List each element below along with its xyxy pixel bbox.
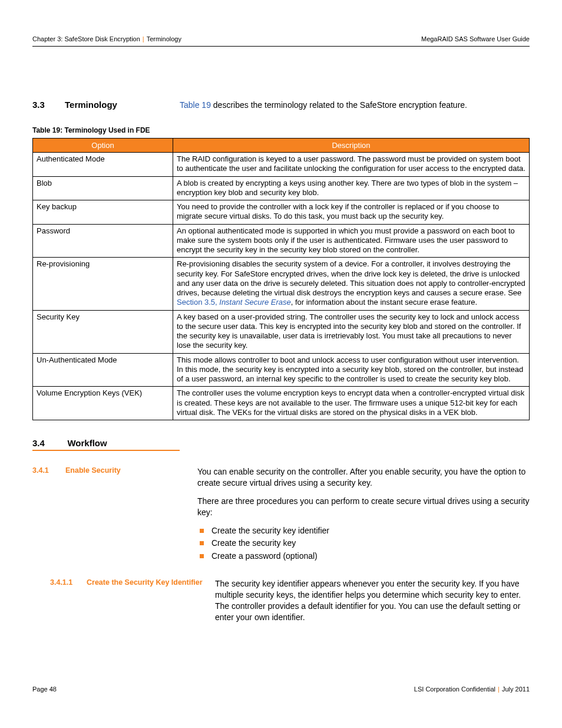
footer-date: July 2011 <box>502 686 530 693</box>
header-section: Terminology <box>147 35 181 42</box>
footer-right: LSI Corporation Confidential|July 2011 <box>414 686 530 693</box>
cell-option: Password <box>33 224 173 258</box>
table-row: Authenticated Mode The RAID configuratio… <box>33 153 530 177</box>
subsection-3-4-1: 3.4.1 Enable Security You can enable sec… <box>32 466 530 568</box>
footer-confidential: LSI Corporation Confidential <box>414 686 495 693</box>
cell-desc: Re-provisioning disables the security sy… <box>173 258 530 310</box>
list-item: Create a password (optional) <box>197 551 530 562</box>
bullet-list: Create the security key identifier Creat… <box>197 525 530 562</box>
table-link[interactable]: Table 19 <box>180 100 211 110</box>
cell-option: Un-Authenticated Mode <box>33 353 173 387</box>
section-3-4-heading: 3.4 Workflow <box>32 438 180 451</box>
table-row: Key backup You need to provide the contr… <box>33 200 530 225</box>
page-header: Chapter 3: SafeStore Disk Encryption|Ter… <box>32 35 530 47</box>
cell-option: Blob <box>33 176 173 200</box>
table-caption: Table 19: Terminology Used in FDE <box>32 126 530 134</box>
subsection-heading: 3.4.1.1 Create the Security Key Identifi… <box>32 578 215 587</box>
table-header-option: Option <box>33 139 173 153</box>
table-row: Blob A blob is created by encrypting a k… <box>33 176 530 200</box>
list-item: Create the security key identifier <box>197 525 530 536</box>
separator-icon: | <box>140 35 147 42</box>
cell-desc-text: Re-provisioning disables the security sy… <box>177 259 525 297</box>
cell-desc: The RAID configuration is keyed to a use… <box>173 153 530 177</box>
cell-desc: You need to provide the controller with … <box>173 200 530 225</box>
cell-desc: The controller uses the volume encryptio… <box>173 387 530 420</box>
cell-option: Security Key <box>33 310 173 353</box>
cell-desc: A blob is created by encrypting a keys u… <box>173 176 530 200</box>
paragraph: You can enable security on the controlle… <box>197 466 530 489</box>
table-row: Volume Encryption Keys (VEK) The control… <box>33 387 530 420</box>
subsection-title: Create the Security Key Identifier <box>87 578 203 587</box>
cell-option: Re-provisioning <box>33 258 173 310</box>
separator-icon: | <box>495 686 502 693</box>
header-left: Chapter 3: SafeStore Disk Encryption|Ter… <box>32 35 181 42</box>
cell-option: Volume Encryption Keys (VEK) <box>33 387 173 420</box>
section-link[interactable]: Section 3.5, <box>177 298 219 307</box>
section-intro: Table 19 describes the terminology relat… <box>180 100 530 110</box>
cell-desc: An optional authenticated mode is suppor… <box>173 224 530 258</box>
page-footer: Page 48 LSI Corporation Confidential|Jul… <box>32 685 530 693</box>
header-chapter: Chapter 3: SafeStore Disk Encryption <box>32 35 140 42</box>
section-title: Workflow <box>67 438 107 448</box>
section-link-italic[interactable]: Instant Secure Erase <box>219 298 290 307</box>
subsection-body: The security key identifier appears when… <box>215 578 530 630</box>
terminology-table: Option Description Authenticated Mode Th… <box>32 138 530 420</box>
cell-option: Authenticated Mode <box>33 153 173 177</box>
paragraph: The security key identifier appears when… <box>215 578 530 623</box>
header-doc-title: MegaRAID SAS Software User Guide <box>421 35 530 42</box>
section-title: Terminology <box>65 100 180 110</box>
cell-desc: This mode allows controller to boot and … <box>173 353 530 387</box>
table-row: Security Key A key based on a user-provi… <box>33 310 530 353</box>
section-number: 3.3 <box>32 100 65 110</box>
list-item: Create the security key <box>197 538 530 549</box>
cell-desc: A key based on a user-provided string. T… <box>173 310 530 353</box>
table-row: Un-Authenticated Mode This mode allows c… <box>33 353 530 387</box>
paragraph: There are three procedures you can perfo… <box>197 496 530 518</box>
section-3-4: 3.4 Workflow 3.4.1 Enable Security You c… <box>32 438 530 630</box>
table-row: Re-provisioning Re-provisioning disables… <box>33 258 530 310</box>
subsection-3-4-1-1: 3.4.1.1 Create the Security Key Identifi… <box>32 578 530 630</box>
cell-desc-text: , for information about the instant secu… <box>291 298 478 307</box>
footer-page: Page 48 <box>32 686 57 693</box>
section-3-3-heading: 3.3 Terminology Table 19 describes the t… <box>32 100 530 110</box>
cell-option: Key backup <box>33 200 173 225</box>
subsection-title: Enable Security <box>65 466 121 475</box>
table-row: Password An optional authenticated mode … <box>33 224 530 258</box>
subsection-body: You can enable security on the controlle… <box>197 466 530 568</box>
table-header-description: Description <box>173 139 530 153</box>
section-intro-text: describes the terminology related to the… <box>211 100 467 110</box>
subsection-number: 3.4.1 <box>32 466 56 475</box>
subsection-number: 3.4.1.1 <box>50 578 77 587</box>
subsection-heading: 3.4.1 Enable Security <box>32 466 197 475</box>
section-number: 3.4 <box>32 438 65 448</box>
